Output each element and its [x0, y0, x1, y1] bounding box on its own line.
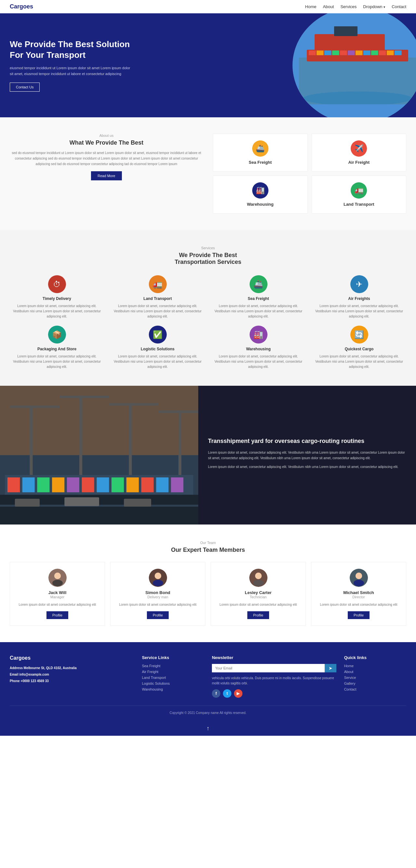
logistic-desc: Lorem ipsum dolor sit amet, consectetur …	[111, 354, 205, 370]
team-card-lesley: Lesley Carter Technician Lorem ipsum dol…	[211, 562, 306, 626]
scroll-top-icon: ↑	[207, 725, 210, 732]
warehousing-label: Warehousing	[218, 202, 302, 207]
svg-point-47	[52, 580, 63, 586]
read-more-button[interactable]: Read More	[91, 171, 122, 180]
about-description: sed do eiusmod tempor incididunt ut Lore…	[10, 150, 203, 167]
svg-rect-6	[324, 50, 331, 55]
footer-link-air[interactable]: Air Freight	[142, 670, 204, 674]
svg-rect-35	[112, 477, 124, 492]
svg-rect-8	[340, 50, 347, 55]
air-freights-services-title: Air Freights	[312, 297, 406, 301]
svg-rect-15	[394, 50, 402, 55]
quickest-title: Quickest Cargo	[312, 347, 406, 351]
warehousing-icon: 🏭	[252, 182, 268, 198]
service-logistic: ✅ Logistic Solutions Lorem ipsum dolor s…	[111, 326, 205, 370]
footer-copyright: Copyright © 2021 Company name All rights…	[10, 706, 406, 715]
footer-grid: Cargoes Address Melbourne St, QLD 4102, …	[10, 655, 406, 698]
packaging-desc: Lorem ipsum dolor sit amet, consectetur …	[10, 354, 104, 370]
land-transport-icon: 🚛	[351, 182, 367, 198]
footer-link-land[interactable]: Land Transport	[142, 676, 204, 680]
svg-point-55	[253, 580, 264, 586]
svg-rect-34	[96, 477, 109, 492]
svg-rect-32	[67, 477, 79, 492]
logistic-icon: ✅	[149, 326, 167, 343]
svg-rect-43	[64, 497, 99, 506]
service-timely-delivery: ⏱ Timely Delivery Lorem ipsum dolor sit …	[10, 275, 104, 319]
svg-rect-14	[387, 50, 394, 55]
profile-button-michael[interactable]: Profile	[348, 611, 369, 619]
footer-link-sea[interactable]: Sea Freight	[142, 664, 204, 668]
service-card-warehousing: 🏭 Warehousing	[213, 176, 308, 214]
svg-rect-10	[356, 50, 363, 55]
services-title: We Provide The BestTransportation Servic…	[10, 252, 406, 266]
quick-link-service[interactable]: Service	[344, 676, 406, 680]
warehousing-services-icon: 🏭	[249, 326, 267, 343]
newsletter-title: Newsletter	[212, 655, 336, 660]
facebook-icon[interactable]: f	[212, 689, 220, 698]
service-land-transport: 🚛 Land Transport Lorem ipsum dolor sit a…	[111, 275, 205, 319]
team-role-lesley: Technician	[216, 595, 300, 599]
contact-us-button[interactable]: Contact Us	[10, 83, 40, 92]
youtube-icon[interactable]: ▶	[234, 689, 242, 698]
quickest-desc: Lorem ipsum dolor sit amet, consectetur …	[312, 354, 406, 370]
quick-link-contact[interactable]: Contact	[344, 687, 406, 691]
land-transport-services-title: Land Transport	[111, 297, 205, 301]
svg-point-48	[54, 572, 61, 579]
air-freights-services-icon: ✈	[350, 275, 368, 293]
newsletter-email-input[interactable]	[212, 664, 325, 672]
team-name-simon: Simon Bond	[116, 590, 200, 595]
team-name-michael: Michael Smitch	[317, 590, 401, 595]
footer-service-links: Service Links Sea Freight Air Freight La…	[142, 655, 204, 698]
svg-rect-23	[10, 406, 60, 408]
profile-button-lesley[interactable]: Profile	[247, 611, 269, 619]
hero-description: eiusmod tempor incididunt ut Lorem ipsum…	[10, 65, 133, 77]
sea-freight-services-desc: Lorem ipsum dolor sit amet, consectetur …	[211, 304, 305, 319]
land-transport-services-icon: 🚛	[149, 275, 167, 293]
about-label: About us	[10, 133, 203, 137]
newsletter-submit-button[interactable]: ➤	[325, 664, 336, 672]
transship-content: Transshipment yard for overseas cargo-ro…	[198, 386, 416, 525]
hero-text: We Provide The Best Solution For Your Tr…	[10, 39, 133, 92]
transship-para-2: Lorem ipsum dolor sit amet, consectetur …	[208, 464, 406, 470]
svg-rect-13	[379, 50, 386, 55]
svg-rect-33	[82, 477, 94, 492]
transship-image	[0, 386, 198, 525]
service-warehousing: 🏭 Warehousing Lorem ipsum dolor sit amet…	[211, 326, 305, 370]
nav-services[interactable]: Services	[340, 4, 357, 9]
warehousing-services-desc: Lorem ipsum dolor sit amet, consectetur …	[211, 354, 305, 370]
nav-home[interactable]: Home	[305, 4, 317, 9]
service-quickest: 🔄 Quickest Cargo Lorem ipsum dolor sit a…	[312, 326, 406, 370]
nav-contact[interactable]: Contact	[392, 4, 406, 9]
twitter-icon[interactable]: t	[223, 689, 231, 698]
footer-link-logistic[interactable]: Logistic Solutions	[142, 681, 204, 685]
profile-button-simon[interactable]: Profile	[147, 611, 169, 619]
quick-link-gallery[interactable]: Gallery	[344, 681, 406, 685]
footer-logo: Cargoes	[10, 655, 134, 661]
team-desc-michael: Lorem ipsum dolor sit amet consectetur a…	[317, 602, 401, 608]
service-air-freights: ✈ Air Freights Lorem ipsum dolor sit ame…	[312, 275, 406, 319]
nav-dropdown[interactable]: Dropdown ▾	[363, 4, 385, 9]
nav-about[interactable]: About	[323, 4, 334, 9]
quickest-icon: 🔄	[350, 326, 368, 343]
sea-freight-label: Sea Freight	[218, 160, 302, 165]
svg-rect-11	[363, 50, 370, 55]
avatar-michael	[350, 569, 368, 587]
quick-link-about[interactable]: About	[344, 670, 406, 674]
transshipment-section: Transshipment yard for overseas cargo-ro…	[0, 386, 416, 525]
land-transport-services-desc: Lorem ipsum dolor sit amet, consectetur …	[111, 304, 205, 319]
svg-rect-5	[317, 50, 324, 55]
footer-link-warehousing[interactable]: Warehousing	[142, 687, 204, 691]
team-name-lesley: Lesley Carter	[216, 590, 300, 595]
quick-link-home[interactable]: Home	[344, 664, 406, 668]
warehousing-services-title: Warehousing	[211, 347, 305, 351]
nav-logo: Cargoes	[10, 3, 33, 10]
nav-links: Home About Services Dropdown ▾ Contact	[305, 4, 406, 9]
team-desc-jack: Lorem ipsum dolor sit amet consectetur a…	[15, 602, 99, 608]
profile-button-jack[interactable]: Profile	[47, 611, 68, 619]
about-section: About us What We Provide The Best sed do…	[0, 117, 416, 230]
service-card-air-freight: ✈️ Air Freight	[312, 133, 407, 172]
scroll-top-button[interactable]: ↑	[0, 721, 416, 736]
transship-para-1: Lorem ipsum dolor sit amet, consectetur …	[208, 450, 406, 461]
about-content: About us What We Provide The Best sed do…	[10, 133, 203, 180]
logistic-title: Logistic Solutions	[111, 347, 205, 351]
